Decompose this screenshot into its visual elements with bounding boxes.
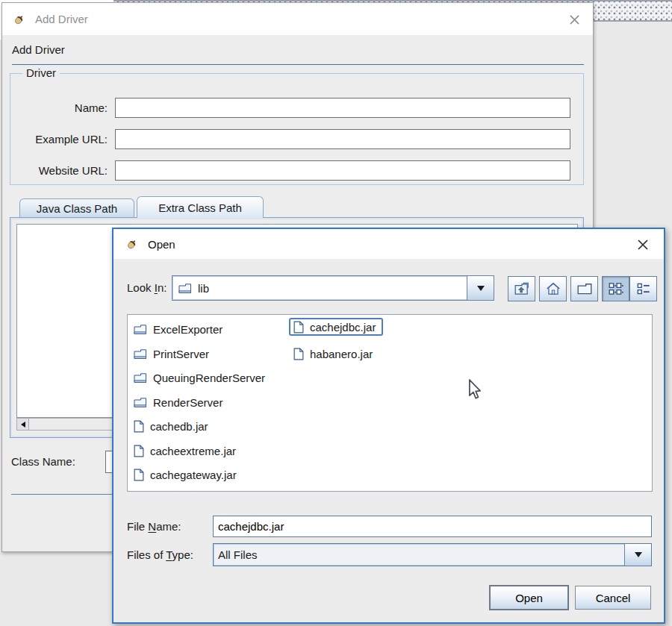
file-item-folder[interactable]: QueuingRenderServer <box>134 369 265 386</box>
add-driver-close-button[interactable] <box>566 11 582 28</box>
list-view-button[interactable] <box>629 276 657 301</box>
file-item-file[interactable]: cacheextreme.jar <box>134 442 236 460</box>
close-icon <box>637 239 649 251</box>
tab-label: Extra Class Path <box>158 201 242 214</box>
file-icon <box>134 420 144 433</box>
label-text: ype: <box>172 548 193 561</box>
file-icon <box>293 348 304 360</box>
grid-view-button[interactable] <box>602 276 629 301</box>
label-text: ame: <box>156 520 181 533</box>
file-item-folder[interactable]: PrintServer <box>134 345 209 363</box>
label-text: File <box>127 520 148 533</box>
chevron-down-icon <box>635 552 642 557</box>
file-item-label: cachedb.jar <box>150 420 208 433</box>
file-item-label: ExcelExporter <box>153 323 223 336</box>
files-of-type-combobox[interactable]: All Files <box>213 543 652 566</box>
open-close-button[interactable] <box>634 236 652 254</box>
file-item-file[interactable]: habanero.jar <box>293 345 373 363</box>
file-icon <box>134 469 144 481</box>
label-text: Look <box>127 281 155 294</box>
file-item-label: cacheextreme.jar <box>150 445 236 457</box>
files-of-type-value: All Files <box>214 548 624 561</box>
tab-java-class-path[interactable]: Java Class Path <box>19 198 134 218</box>
file-item-label: habanero.jar <box>310 348 373 360</box>
folder-icon <box>178 283 192 294</box>
label-mnemonic: N <box>148 520 156 533</box>
label-text: Files of <box>127 548 166 561</box>
look-in-value: lib <box>198 282 209 295</box>
file-item-file-selected[interactable]: cachejdbc.jar <box>289 318 383 336</box>
folder-icon <box>134 348 147 360</box>
look-in-dropdown-button[interactable] <box>467 276 494 300</box>
add-driver-titlebar[interactable]: Add Driver <box>2 3 593 35</box>
new-folder-button[interactable] <box>570 276 598 301</box>
class-name-label: Class Name: <box>11 455 75 468</box>
file-item-file[interactable]: cachegateway.jar <box>134 466 237 483</box>
home-icon <box>545 281 561 296</box>
file-item-label: RenderServer <box>153 396 223 409</box>
name-field[interactable] <box>115 98 570 118</box>
file-item-label: PrintServer <box>153 348 209 360</box>
file-list[interactable]: ExcelExporter PrintServer QueuingRenderS… <box>127 314 653 492</box>
driver-groupbox: Driver Name: Example URL: Website URL: <box>10 73 584 185</box>
close-icon <box>569 14 580 25</box>
acorn-app-icon <box>13 13 26 26</box>
tab-label: Java Class Path <box>37 202 117 215</box>
label-text: n: <box>158 281 167 294</box>
home-button[interactable] <box>539 276 567 301</box>
folder-icon <box>134 372 147 384</box>
website-url-field[interactable] <box>115 160 570 181</box>
file-item-label: cachegateway.jar <box>150 469 237 481</box>
files-of-type-label: Files of Type: <box>127 548 193 561</box>
folder-icon <box>134 397 147 408</box>
grid-view-icon <box>608 281 624 296</box>
up-one-level-button[interactable] <box>508 276 535 301</box>
tab-extra-class-path[interactable]: Extra Class Path <box>137 196 264 218</box>
open-dialog: Open Look In: lib ExcelExporter Pri <box>112 228 665 624</box>
file-name-label: File Name: <box>127 520 181 533</box>
file-icon <box>293 321 304 334</box>
cancel-button[interactable]: Cancel <box>575 586 651 610</box>
file-item-label: cachejdbc.jar <box>310 321 376 334</box>
add-driver-window-title: Add Driver <box>35 13 88 25</box>
triangle-left-icon <box>21 422 25 428</box>
file-item-label: QueuingRenderServer <box>153 372 265 384</box>
label-mnemonic: T <box>166 548 172 561</box>
chevron-down-icon <box>477 286 485 291</box>
list-view-icon <box>635 281 652 296</box>
files-of-type-dropdown-button[interactable] <box>624 544 651 566</box>
open-button[interactable]: Open <box>489 585 569 610</box>
file-icon <box>134 445 144 457</box>
up-folder-icon <box>514 281 530 296</box>
open-window-title: Open <box>148 238 175 251</box>
folder-icon <box>134 324 147 335</box>
example-url-field-label: Example URL: <box>10 133 115 145</box>
file-item-folder[interactable]: ExcelExporter <box>134 320 223 338</box>
look-in-label: Look In: <box>127 281 167 294</box>
heading-underline <box>12 64 584 65</box>
file-item-file[interactable]: cachedb.jar <box>134 417 208 435</box>
new-folder-icon <box>576 281 593 296</box>
file-name-field[interactable] <box>213 516 652 537</box>
driver-groupbox-legend: Driver <box>22 66 60 79</box>
file-item-folder[interactable]: RenderServer <box>134 393 223 411</box>
scroll-left-button[interactable] <box>17 419 29 430</box>
desktop: { "add_driver_dialog": { "title": "Add D… <box>0 0 672 626</box>
acorn-app-icon <box>125 237 139 251</box>
name-field-label: Name: <box>10 101 115 114</box>
look-in-combobox[interactable]: lib <box>172 275 494 301</box>
open-dialog-titlebar[interactable]: Open <box>113 229 664 259</box>
add-driver-heading: Add Driver <box>12 43 65 56</box>
example-url-field[interactable] <box>115 129 570 149</box>
website-url-field-label: Website URL: <box>10 164 115 177</box>
